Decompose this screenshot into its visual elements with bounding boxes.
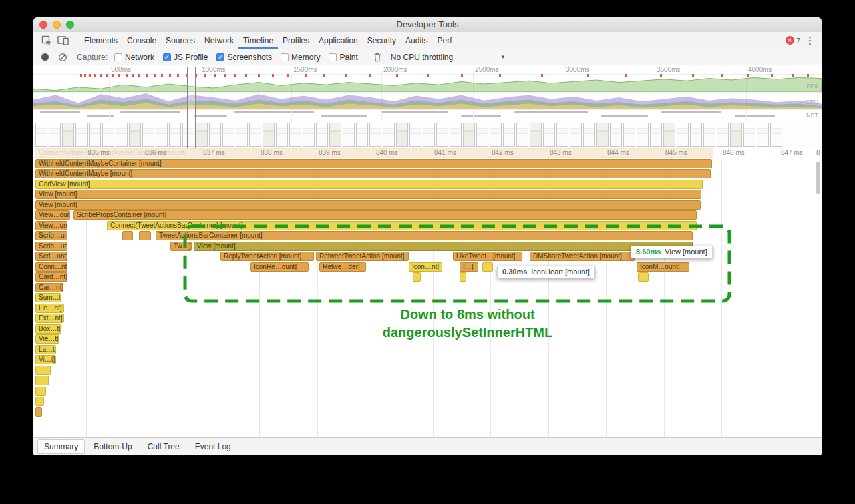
overview-selection-handle[interactable] [187,67,196,148]
screenshot-thumbnail[interactable] [476,123,488,147]
screenshot-thumbnail[interactable] [503,123,515,147]
bottom-tab-call-tree[interactable]: Call Tree [141,439,186,454]
screenshot-thumbnail[interactable] [396,123,408,147]
device-toolbar-icon[interactable] [55,33,71,49]
screenshot-thumbnail[interactable] [623,123,635,147]
tab-security[interactable]: Security [363,33,401,49]
screenshot-thumbnail[interactable] [116,123,128,147]
screenshot-thumbnail[interactable] [49,123,61,147]
screenshot-thumbnail[interactable] [596,123,609,147]
screenshot-thumbnail[interactable] [75,123,88,147]
screenshot-thumbnail[interactable] [329,123,341,147]
flame-bar[interactable]: Ext…nt] [35,314,64,323]
tab-timeline[interactable]: Timeline [238,33,278,49]
flame-bar[interactable]: WithheldContentMaybeContainer [mount] [35,159,712,168]
screenshot-thumbnail[interactable] [717,123,729,147]
screenshot-thumbnail[interactable] [570,123,582,147]
flame-bar[interactable]: La…t] [35,345,56,354]
tab-profiles[interactable]: Profiles [278,33,314,49]
tab-elements[interactable]: Elements [79,33,122,49]
screenshot-thumbnail[interactable] [209,123,221,147]
vertical-scrollbar[interactable] [816,162,820,194]
flame-bar[interactable]: Card…nt] [35,272,67,282]
inspect-element-icon[interactable] [39,33,55,49]
screenshot-thumbnail[interactable] [35,123,47,147]
flame-bar[interactable]: Car…nt] [35,283,63,292]
screenshot-thumbnail[interactable] [610,123,622,147]
screenshot-thumbnail[interactable] [236,123,248,147]
screenshot-thumbnail[interactable] [289,123,301,147]
flame-bar[interactable]: Vie…t] [35,334,59,344]
flame-bar[interactable] [139,231,151,240]
flame-bar[interactable]: Scri…unt] [35,252,67,261]
tab-sources[interactable]: Sources [161,33,200,49]
clear-recording-button[interactable] [58,53,67,62]
screenshot-thumbnail[interactable] [263,123,275,147]
screenshot-thumbnail[interactable] [730,123,742,147]
flame-bar[interactable]: View [mount] [35,200,701,210]
screenshot-thumbnail[interactable] [409,123,421,147]
capture-checkbox-paint[interactable]: Paint [329,53,357,62]
screenshot-thumbnail[interactable] [450,123,462,147]
flame-bar[interactable] [35,366,51,375]
screenshot-thumbnail[interactable] [690,123,702,147]
screenshot-thumbnail[interactable] [703,123,715,147]
screenshot-thumbnail[interactable] [276,123,288,147]
screenshot-thumbnail[interactable] [516,123,528,147]
screenshot-thumbnail[interactable] [556,123,568,147]
close-window-button[interactable] [39,21,47,29]
screenshot-thumbnail[interactable] [196,123,208,147]
flame-bar[interactable]: Lin…nt] [35,304,64,313]
screenshot-thumbnail[interactable] [663,123,675,147]
capture-checkbox-screenshots[interactable]: ✓Screenshots [216,53,272,62]
screenshot-thumbnail[interactable] [102,123,114,147]
screenshot-thumbnail[interactable] [343,123,355,147]
record-button[interactable] [41,53,49,61]
screenshot-thumbnail[interactable] [490,123,502,147]
flame-bar[interactable] [35,397,44,406]
bottom-tab-event-log[interactable]: Event Log [188,439,238,454]
tab-perf[interactable]: Perf [432,33,456,49]
screenshot-thumbnail[interactable] [169,123,181,147]
flame-bar[interactable]: View [mount] [35,190,701,199]
screenshot-thumbnail[interactable] [303,123,315,147]
cpu-throttling-select[interactable]: No CPU throttling ▼ [391,53,506,62]
screenshot-thumbnail[interactable] [62,123,74,147]
screenshot-thumbnail[interactable] [383,123,395,147]
capture-checkbox-memory[interactable]: Memory [281,53,320,62]
screenshot-thumbnail[interactable] [637,123,649,147]
screenshot-thumbnail[interactable] [757,123,769,147]
flame-bar[interactable] [35,387,46,396]
flame-bar[interactable]: Sum…t] [35,293,61,302]
screenshot-thumbnail[interactable] [770,123,782,147]
tab-audits[interactable]: Audits [401,33,432,49]
tab-application[interactable]: Application [314,33,363,49]
tab-console[interactable]: Console [122,33,161,49]
flame-bar[interactable] [122,231,133,240]
capture-checkbox-network[interactable]: Network [114,53,154,62]
flame-bar[interactable] [35,376,49,385]
screenshot-thumbnail[interactable] [543,123,555,147]
flame-bar[interactable]: Scrib…unt] [35,231,67,240]
bottom-tab-summary[interactable]: Summary [37,439,85,454]
flame-bar[interactable]: WithheldContentMaybe [mount] [35,169,711,178]
collect-garbage-button[interactable] [373,53,381,62]
flame-bar[interactable]: ScribePropsContainer [mount] [73,210,697,220]
screenshot-thumbnail[interactable] [436,123,448,147]
screenshot-thumbnail[interactable] [222,123,234,147]
flame-bar[interactable]: View…ount] [35,210,70,220]
screenshot-thumbnail[interactable] [316,123,328,147]
screenshot-thumbnail[interactable] [583,123,595,147]
screenshot-thumbnail[interactable] [423,123,435,147]
screenshot-thumbnail[interactable] [463,123,475,147]
screenshot-thumbnail[interactable] [356,123,368,147]
screenshot-thumbnail[interactable] [677,123,689,147]
screenshot-thumbnail[interactable] [249,123,261,147]
screenshot-thumbnail[interactable] [142,123,154,147]
screenshot-thumbnail[interactable] [530,123,542,147]
screenshot-thumbnail[interactable] [650,123,662,147]
screenshot-thumbnail[interactable] [89,123,101,147]
screenshot-thumbnail[interactable] [369,123,381,147]
flame-bar[interactable]: Vi…t] [35,355,56,364]
error-badge[interactable]: ✕ 7 [786,36,800,45]
